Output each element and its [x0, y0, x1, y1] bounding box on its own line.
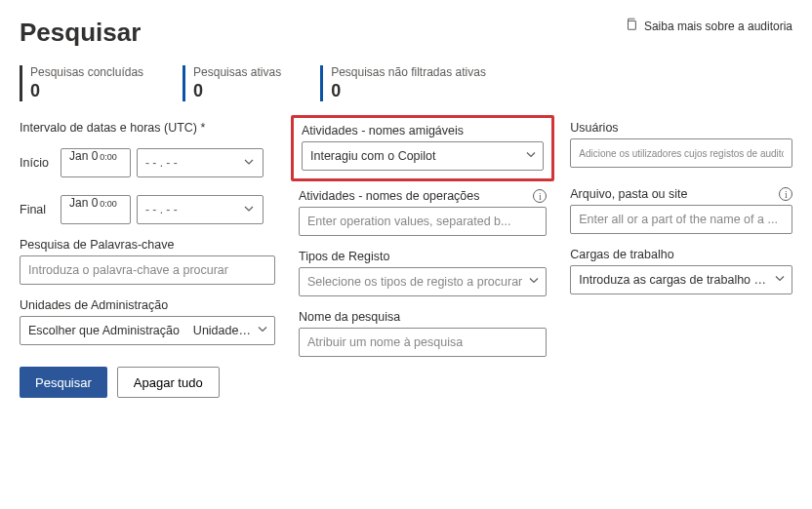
end-time-select[interactable]: - - . - - [137, 195, 264, 224]
chevron-down-icon [774, 273, 786, 288]
highlighted-activities-section: Atividades - nomes amigáveis Interagiu c… [291, 115, 554, 181]
svg-rect-0 [628, 21, 635, 30]
search-button[interactable]: Pesquisar [20, 367, 107, 398]
chevron-down-icon [525, 149, 537, 164]
copy-icon [625, 18, 638, 34]
start-date-input[interactable]: Jan 00:00 [61, 148, 131, 177]
activities-friendly-select[interactable]: Interagiu com o Copilot [302, 141, 544, 171]
stat-label: Pesquisas ativas [193, 65, 281, 79]
workloads-label: Cargas de trabalho [570, 248, 792, 261]
users-input[interactable] [570, 138, 792, 168]
workloads-select[interactable]: Introduza as cargas de trabalho a procur… [570, 265, 792, 294]
search-name-input[interactable] [299, 328, 547, 357]
file-label: Arquivo, pasta ou site [570, 187, 687, 201]
chevron-down-icon [257, 324, 268, 338]
activities-ops-input[interactable] [299, 207, 547, 236]
stat-value: 0 [193, 81, 281, 101]
record-types-select[interactable]: Selecione os tipos de registo a procurar [299, 267, 547, 296]
start-label: Início [20, 156, 55, 170]
info-icon[interactable]: i [779, 187, 792, 201]
end-date-input[interactable]: Jan 00:00 [61, 195, 131, 224]
end-label: Final [20, 203, 55, 216]
learn-more-label: Saiba mais sobre a auditoria [644, 20, 792, 33]
activities-ops-label: Atividades - nomes de operações [299, 189, 480, 203]
clear-all-button[interactable]: Apagar tudo [117, 367, 220, 398]
admin-units-label: Unidades de Administração [20, 298, 275, 312]
chevron-down-icon [243, 203, 255, 217]
keyword-label: Pesquisa de Palavras-chave [20, 238, 275, 252]
start-time-select[interactable]: - - . - - [137, 148, 264, 177]
activities-friendly-value: Interagiu com o Copilot [310, 149, 519, 163]
search-name-label: Nome da pesquisa [299, 310, 547, 324]
stat-label: Pesquisas não filtradas ativas [331, 65, 486, 79]
stat-value: 0 [331, 81, 486, 101]
stat-active: Pesquisas ativas 0 [183, 65, 281, 101]
stat-completed: Pesquisas concluídas 0 [20, 65, 143, 101]
stats-row: Pesquisas concluídas 0 Pesquisas ativas … [20, 65, 792, 101]
chevron-down-icon [243, 156, 255, 171]
keyword-input[interactable] [20, 255, 275, 285]
stat-unfiltered: Pesquisas não filtradas ativas 0 [320, 65, 486, 101]
stat-value: 0 [30, 81, 143, 101]
record-types-label: Tipos de Registo [299, 250, 547, 263]
info-icon[interactable]: i [533, 189, 547, 203]
file-input[interactable] [570, 205, 792, 234]
admin-units-select[interactable]: Escolher que Administração Unidades para [20, 316, 275, 345]
date-range-label: Intervalo de datas e horas (UTC) * [20, 121, 275, 135]
chevron-down-icon [528, 275, 540, 290]
activities-friendly-label: Atividades - nomes amigáveis [302, 124, 544, 137]
stat-label: Pesquisas concluídas [30, 65, 143, 79]
users-label: Usuários [570, 121, 792, 135]
page-title: Pesquisar [20, 18, 141, 48]
learn-more-link[interactable]: Saiba mais sobre a auditoria [625, 18, 792, 34]
